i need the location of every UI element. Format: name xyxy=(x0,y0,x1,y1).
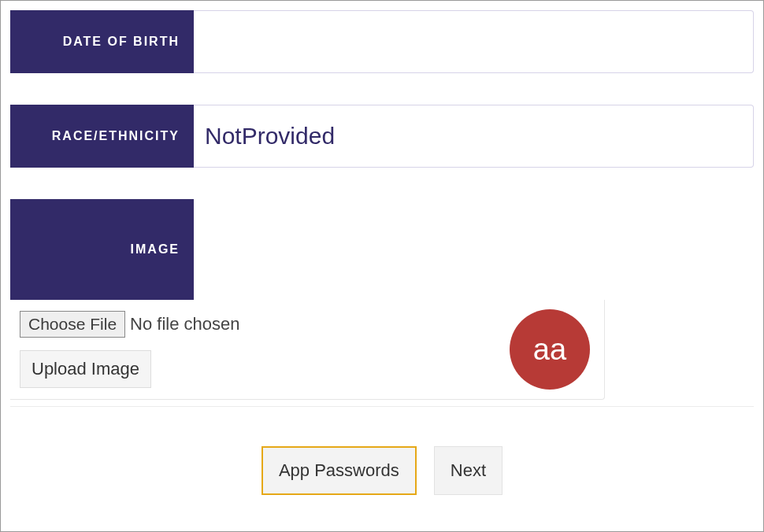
button-row: App Passwords Next xyxy=(10,446,754,495)
dob-label: DATE OF BIRTH xyxy=(10,10,194,73)
app-passwords-button[interactable]: App Passwords xyxy=(261,446,417,495)
upload-area: Choose File No file chosen Upload Image … xyxy=(10,300,605,400)
date-of-birth-row: DATE OF BIRTH xyxy=(10,10,754,73)
dob-value[interactable] xyxy=(194,10,754,73)
avatar: aa xyxy=(510,309,590,390)
race-value[interactable]: NotProvided xyxy=(194,105,754,168)
next-button[interactable]: Next xyxy=(434,446,503,495)
image-label: IMAGE xyxy=(10,199,194,300)
upload-image-button[interactable]: Upload Image xyxy=(20,350,151,388)
file-chooser: Choose File No file chosen xyxy=(20,311,239,338)
image-section: IMAGE Choose File No file chosen Upload … xyxy=(10,199,754,400)
choose-file-button[interactable]: Choose File xyxy=(20,311,125,338)
divider xyxy=(10,406,754,407)
race-ethnicity-row: RACE/ETHNICITY NotProvided xyxy=(10,105,754,168)
avatar-initials: aa xyxy=(533,333,566,367)
race-label: RACE/ETHNICITY xyxy=(10,105,194,168)
no-file-chosen-text: No file chosen xyxy=(130,314,239,334)
